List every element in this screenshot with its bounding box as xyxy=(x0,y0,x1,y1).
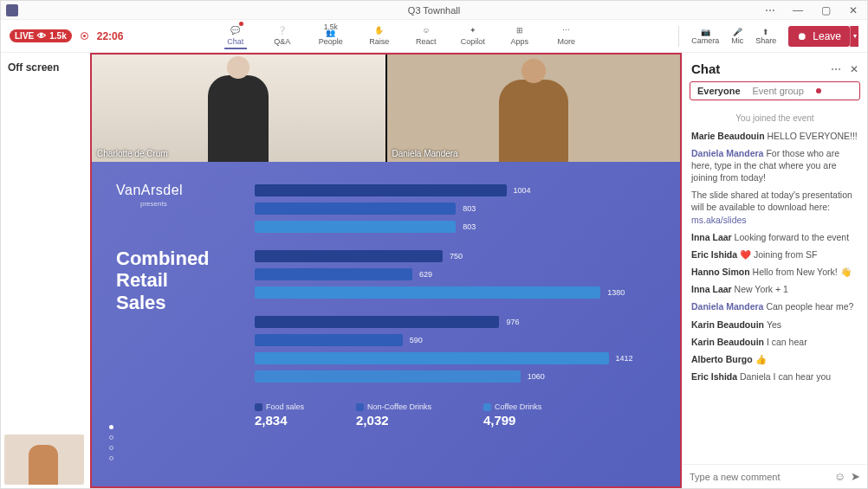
live-badge: LIVE👁1.5k xyxy=(10,29,72,42)
camera-button[interactable]: 📷Camera xyxy=(691,28,719,45)
leave-button[interactable]: ⏺Leave ▾ xyxy=(788,26,858,47)
window-title: Q3 Townhall xyxy=(408,5,460,16)
send-icon[interactable]: ➤ xyxy=(851,470,860,483)
close-window-icon[interactable]: ✕ xyxy=(839,1,867,20)
brand-logo: VanArsdel xyxy=(116,183,255,198)
app-window: Q3 Townhall ⋯ — ▢ ✕ LIVE👁1.5k 22:06 💬 Ch… xyxy=(0,0,868,489)
chat-message: Eric Ishida ❤️ Joining from SF xyxy=(691,248,858,261)
camera-icon: 📷 xyxy=(701,28,710,36)
chat-more-icon[interactable]: ⋯ xyxy=(831,63,841,75)
chat-message: Hanno Simon Hello from New York! 👋 xyxy=(691,266,858,278)
chat-message: Eric Ishida Daniela I can hear you xyxy=(691,370,858,383)
chat-button[interactable]: 💬 Chat xyxy=(221,23,250,49)
video-tile-charlotte[interactable]: Charlotte de Crum xyxy=(92,55,385,162)
more-icon: ⋯ xyxy=(562,23,570,37)
chat-panel: Chat ⋯ ✕ Everyone Event group You joined… xyxy=(682,53,867,488)
copilot-button[interactable]: ✦Copilot xyxy=(458,23,488,46)
more-window-icon[interactable]: ⋯ xyxy=(756,1,784,20)
chat-message: The slide shared at today's presentation… xyxy=(691,189,858,226)
chat-message: Inna Laar New York + 1 xyxy=(691,283,858,295)
chat-message: Karin Beaudouin I can hear xyxy=(691,336,858,348)
maximize-icon[interactable]: ▢ xyxy=(812,1,839,20)
emoji-icon[interactable]: ☺ xyxy=(834,470,845,483)
smile-icon: ☺ xyxy=(422,23,430,37)
teams-icon xyxy=(6,4,18,16)
shared-slide: VanArsdel presents Combined Retail Sales… xyxy=(92,162,680,486)
chat-title: Chat xyxy=(691,61,720,76)
chat-message: Daniela Mandera For those who are here, … xyxy=(691,147,858,184)
video-tile-daniela[interactable]: Daniela Mandera xyxy=(387,55,681,162)
raise-hand-button[interactable]: ✋Raise xyxy=(365,23,394,46)
chat-icon: 💬 xyxy=(230,23,240,37)
chart-area: 1004803803750629138097659014121060Food s… xyxy=(255,183,656,478)
chat-input[interactable] xyxy=(690,472,829,482)
chat-message: Alberto Burgo 👍 xyxy=(691,353,858,365)
record-icon xyxy=(81,32,88,40)
chat-message: Daniela Mandera Can people hear me? xyxy=(691,300,858,312)
mic-muted-icon: 🎤 xyxy=(733,28,742,36)
chat-message: Karin Beaudouin Yes xyxy=(691,318,858,331)
recording-timer: 22:06 xyxy=(97,30,124,42)
hand-icon: ✋ xyxy=(374,23,384,37)
chat-compose: ☺ ➤ xyxy=(683,464,867,488)
mic-button[interactable]: 🎤Mic xyxy=(731,28,743,45)
react-button[interactable]: ☺React xyxy=(411,23,441,46)
self-view-tile[interactable] xyxy=(4,434,84,485)
people-icon: 👥 xyxy=(326,29,335,37)
qna-icon: ❔ xyxy=(277,23,287,37)
apps-button[interactable]: ⊞Apps xyxy=(505,23,534,46)
chat-tabs: Everyone Event group xyxy=(690,81,860,100)
chat-message: Inna Laar Looking forward to the event xyxy=(691,231,858,243)
more-button[interactable]: ⋯More xyxy=(552,23,581,46)
chat-messages: You joined the eventMarie Beaudouin HELL… xyxy=(683,100,867,464)
offscreen-panel: Off screen xyxy=(1,53,90,488)
copilot-icon: ✦ xyxy=(470,23,476,37)
meeting-stage: Charlotte de Crum Daniela Mandera VanArs… xyxy=(90,53,682,488)
apps-icon: ⊞ xyxy=(516,23,523,37)
share-icon: ⬆ xyxy=(762,28,769,36)
qna-button[interactable]: ❔Q&A xyxy=(268,23,297,46)
leave-chevron-icon[interactable]: ▾ xyxy=(850,26,858,47)
chat-message: Marie Beaudouin HELLO EVERYONE!!! xyxy=(691,130,858,142)
minimize-icon[interactable]: — xyxy=(784,1,812,20)
offscreen-label: Off screen xyxy=(8,61,59,74)
unread-dot-icon xyxy=(816,88,821,93)
meeting-toolbar: LIVE👁1.5k 22:06 💬 Chat ❔Q&A 1.5k 👥People… xyxy=(1,20,867,53)
tab-everyone[interactable]: Everyone xyxy=(697,86,741,96)
chat-close-icon[interactable]: ✕ xyxy=(850,63,858,75)
tab-event-group[interactable]: Event group xyxy=(753,86,804,96)
slide-headline: Combined Retail Sales xyxy=(116,248,255,313)
people-button[interactable]: 1.5k 👥People xyxy=(314,23,347,47)
titlebar: Q3 Townhall ⋯ — ▢ ✕ xyxy=(1,1,867,20)
slide-nav-dots xyxy=(109,425,113,460)
share-button[interactable]: ⬆Share xyxy=(755,28,776,45)
hangup-icon: ⏺ xyxy=(797,30,807,42)
